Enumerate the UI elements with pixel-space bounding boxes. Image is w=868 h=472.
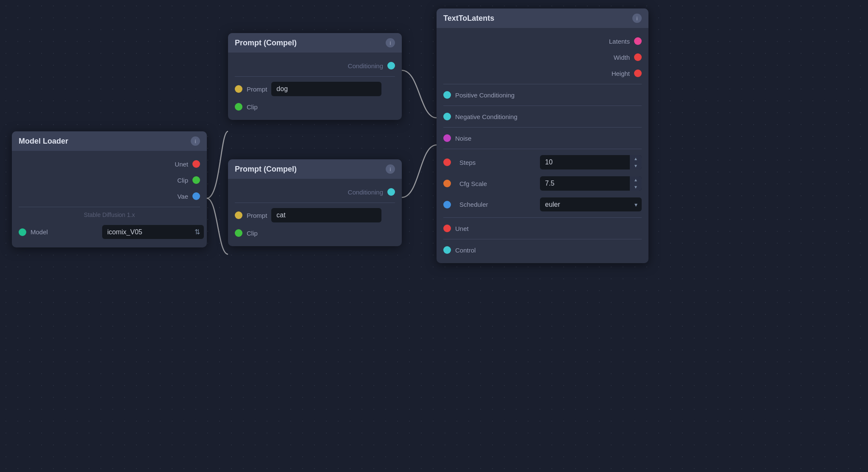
steps-port[interactable] (443, 158, 451, 166)
text-to-latents-node: TextToLatents i Latents Width Height Pos… (437, 8, 648, 263)
model-input-port[interactable] (19, 228, 26, 236)
clip-top-input-row: Clip (228, 99, 402, 115)
clip-port[interactable] (192, 176, 200, 184)
cfg-up[interactable]: ▲ (630, 176, 642, 183)
scheduler-row: Scheduler euler ddim lms ▾ (437, 194, 648, 215)
negative-conditioning-row: Negative Conditioning (437, 108, 648, 125)
divider (19, 207, 200, 207)
prompt-bottom-node: Prompt (Compel) i Conditioning Prompt Cl… (228, 159, 402, 246)
divider-ttl4 (443, 149, 642, 149)
model-loader-header: Model Loader i (12, 131, 207, 151)
clip-top-label: Clip (247, 103, 258, 111)
prompt-top-body: Conditioning Prompt Clip (228, 53, 402, 120)
negative-conditioning-label: Negative Conditioning (455, 113, 517, 120)
divider3 (235, 203, 395, 203)
prompt-top-label: Prompt (247, 86, 267, 93)
clip-bottom-input-port[interactable] (235, 229, 242, 237)
model-input-row: Model icomix_V05 ⇅ (12, 222, 207, 242)
cfg-spinners: ▲ ▼ (630, 176, 642, 191)
prompt-top-input-port[interactable] (235, 85, 242, 93)
cfg-input-wrapper: ▲ ▼ (540, 176, 642, 191)
model-loader-title: Model Loader (19, 137, 68, 146)
model-loader-info-icon[interactable]: i (191, 136, 200, 146)
positive-conditioning-port[interactable] (443, 91, 451, 99)
scheduler-label: Scheduler (459, 201, 488, 208)
divider-ttl6 (443, 239, 642, 239)
noise-row: Noise (437, 130, 648, 146)
model-loader-body: Unet Clip Vae Stable Diffusion 1.x Model… (12, 151, 207, 247)
negative-conditioning-port[interactable] (443, 113, 451, 120)
prompt-bottom-input-port[interactable] (235, 211, 242, 219)
clip-bottom-input-row: Clip (228, 225, 402, 241)
cfg-down[interactable]: ▼ (630, 183, 642, 191)
positive-conditioning-label: Positive Conditioning (455, 92, 515, 99)
prompt-bottom-input-row: Prompt (228, 205, 402, 225)
vae-port[interactable] (192, 192, 200, 200)
unet-input-row: Unet (437, 220, 648, 236)
clip-bottom-label: Clip (247, 230, 258, 237)
steps-down[interactable]: ▼ (630, 162, 642, 169)
prompt-bottom-body: Conditioning Prompt Clip (228, 179, 402, 246)
prompt-bottom-title: Prompt (Compel) (235, 165, 297, 174)
conditioning-output-row: Conditioning (228, 58, 402, 74)
noise-label: Noise (455, 135, 471, 142)
prompt-top-input[interactable] (271, 82, 381, 96)
width-port[interactable] (634, 53, 642, 61)
scheduler-select[interactable]: euler ddim lms (540, 197, 642, 211)
positive-conditioning-row: Positive Conditioning (437, 87, 648, 103)
cfg-scale-row: Cfg Scale ▲ ▼ (437, 173, 648, 194)
prompt-bottom-label: Prompt (247, 212, 267, 219)
prompt-top-node: Prompt (Compel) i Conditioning Prompt Cl… (228, 33, 402, 120)
unet-input-port[interactable] (443, 225, 451, 232)
unet-label: Unet (175, 161, 188, 168)
height-label: Height (612, 70, 630, 77)
prompt-top-title: Prompt (Compel) (235, 39, 297, 47)
model-loader-node: Model Loader i Unet Clip Vae Stable Diff… (12, 131, 207, 247)
conditioning-label: Conditioning (348, 62, 387, 69)
steps-input[interactable] (540, 155, 642, 169)
prompt-bottom-info-icon[interactable]: i (386, 164, 395, 174)
model-input-label: Model (31, 228, 48, 236)
conditioning-bottom-port[interactable] (387, 188, 395, 196)
noise-port[interactable] (443, 134, 451, 142)
vae-label: Vae (177, 193, 188, 200)
steps-up[interactable]: ▲ (630, 155, 642, 162)
clip-output-row: Clip (12, 172, 207, 188)
unet-output-row: Unet (12, 156, 207, 172)
divider2 (235, 76, 395, 77)
model-loader-subtitle: Stable Diffusion 1.x (12, 210, 207, 222)
conditioning-bottom-label: Conditioning (348, 189, 387, 196)
clip-label: Clip (177, 177, 188, 184)
steps-input-wrapper: ▲ ▼ (540, 155, 642, 169)
clip-top-input-port[interactable] (235, 103, 242, 111)
scheduler-port[interactable] (443, 201, 451, 208)
model-select[interactable]: icomix_V05 (102, 225, 204, 239)
divider-ttl5 (443, 217, 642, 218)
width-label: Width (614, 54, 630, 61)
unet-input-label: Unet (455, 225, 469, 232)
cfg-input[interactable] (540, 176, 642, 191)
text-to-latents-info-icon[interactable]: i (632, 14, 642, 23)
control-port[interactable] (443, 246, 451, 254)
steps-row: Steps ▲ ▼ (437, 152, 648, 173)
steps-spinners: ▲ ▼ (630, 155, 642, 169)
prompt-top-input-row: Prompt (228, 79, 402, 99)
unet-port[interactable] (192, 160, 200, 168)
steps-label: Steps (459, 159, 476, 166)
text-to-latents-title: TextToLatents (443, 14, 494, 23)
text-to-latents-body: Latents Width Height Positive Conditioni… (437, 28, 648, 263)
prompt-top-header: Prompt (Compel) i (228, 33, 402, 53)
height-port[interactable] (634, 69, 642, 77)
vae-output-row: Vae (12, 188, 207, 204)
conditioning-bottom-output-row: Conditioning (228, 184, 402, 200)
text-to-latents-header: TextToLatents i (437, 8, 648, 28)
conditioning-port[interactable] (387, 62, 395, 69)
latents-port[interactable] (634, 37, 642, 45)
prompt-bottom-header: Prompt (Compel) i (228, 159, 402, 179)
latents-label: Latents (609, 38, 630, 45)
cfg-port[interactable] (443, 180, 451, 187)
divider-ttl2 (443, 106, 642, 106)
cfg-label: Cfg Scale (459, 180, 487, 187)
prompt-top-info-icon[interactable]: i (386, 38, 395, 47)
prompt-bottom-input[interactable] (271, 208, 381, 222)
